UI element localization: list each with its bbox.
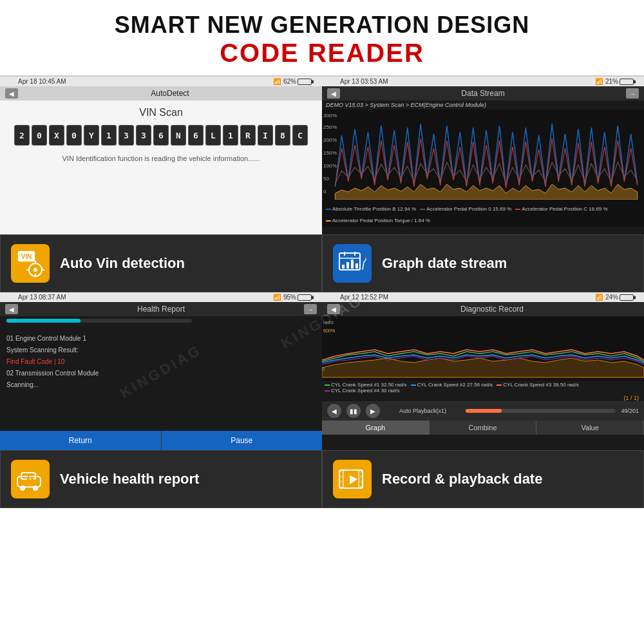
- header: SMART NEW GENERATION DESIGN CODE READER: [0, 0, 644, 75]
- diag-legend-item: CYL Crank Speed #3 39.50 rad/s: [497, 382, 579, 388]
- vin-back-button[interactable]: ◀: [5, 88, 18, 99]
- health-screen-title: Health Report: [23, 305, 299, 314]
- health-status-bar: Apr 13 08:37 AM 📶 95%: [0, 292, 322, 302]
- record-icon: [338, 465, 366, 493]
- health-list-item: 02 Transmission Control Module: [6, 369, 316, 378]
- diag-pause-button[interactable]: ▮▮: [346, 404, 361, 418]
- health-screen-panel: Apr 13 08:37 AM 📶 95% ◀ Health Report → …: [0, 292, 322, 450]
- diag-topbar: ◀ Diagnostic Record: [322, 302, 644, 316]
- diag-tab-value[interactable]: Value: [536, 421, 644, 435]
- vin-battery: 62%: [283, 78, 312, 85]
- vin-char: 0: [66, 125, 82, 146]
- diag-status-bar: Apr 12 12:52 PM 📶 24%: [322, 292, 644, 302]
- vin-feature-label: Auto Vin detection: [60, 255, 185, 272]
- feature-vin-row: VIN Auto Vin detection: [0, 234, 322, 292]
- diag-prev-button[interactable]: ◀: [327, 404, 341, 418]
- diag-screen-title: Diagnostic Record: [345, 305, 639, 314]
- vin-char: 0: [32, 125, 47, 146]
- diag-progress-bar[interactable]: [466, 409, 616, 413]
- svg-marker-38: [350, 475, 357, 484]
- datastream-screen-panel: Apr 13 03:53 AM 📶 21% ◀ Data Stream → DE…: [322, 77, 644, 234]
- vin-char: C: [292, 125, 308, 146]
- ds-action-button[interactable]: →: [626, 88, 639, 99]
- vin-screen-panel: Apr 18 10:45 AM 📶 62% ◀ AutoDetect VIN S…: [0, 77, 322, 234]
- vin-screen-title: AutoDetect: [23, 89, 317, 98]
- health-icon: [16, 465, 44, 493]
- vin-display: 20X0Y1336N6L1RI8C: [14, 125, 308, 146]
- ds-back-button[interactable]: ◀: [327, 88, 340, 99]
- wifi-icon-health: 📶: [273, 294, 281, 301]
- health-back-button[interactable]: ◀: [5, 304, 18, 314]
- legend-item: Absolute Throttle Position B 12.94 %: [326, 206, 416, 212]
- record-feature-icon-box: [333, 460, 372, 498]
- health-status-date: Apr 13 08:37 AM: [18, 294, 66, 301]
- diag-tab-combine[interactable]: Combine: [430, 421, 537, 435]
- svg-text:600%: 600%: [323, 328, 336, 333]
- svg-point-34: [33, 486, 38, 491]
- vin-status-bar: Apr 18 10:45 AM 📶 62%: [0, 77, 322, 86]
- health-battery: 95%: [283, 294, 312, 301]
- vin-char: 3: [118, 125, 134, 146]
- svg-text:250%: 250%: [323, 124, 337, 130]
- svg-rect-22: [346, 262, 349, 269]
- health-topbar: ◀ Health Report →: [0, 302, 322, 316]
- health-list-item: 01 Engine Control Module 1: [6, 334, 316, 343]
- legend-item: Accelerator Pedal Position Torque / 1.64…: [326, 218, 430, 223]
- vin-char: L: [205, 125, 221, 146]
- health-pause-button[interactable]: Pause: [161, 431, 323, 450]
- svg-rect-23: [351, 260, 354, 269]
- vin-status-icons: 📶 62%: [273, 78, 312, 85]
- health-feature-icon-box: [11, 460, 50, 498]
- svg-point-33: [20, 486, 25, 491]
- health-status-icons: 📶 95%: [273, 294, 312, 301]
- feature-record-row: Record & playback date: [322, 450, 644, 508]
- vin-char: 2: [14, 125, 30, 146]
- graph-feature-icon-box: [333, 244, 372, 283]
- ds-status-date: Apr 13 03:53 AM: [340, 78, 388, 85]
- record-feature-label: Record & playback date: [382, 471, 542, 488]
- vin-char: R: [240, 125, 256, 146]
- header-line1: SMART NEW GENERATION DESIGN: [6, 12, 638, 39]
- health-list-item: Scanning...: [6, 381, 316, 390]
- ds-path: DEMO V15.03 > System Scan > ECM(Engine C…: [322, 100, 644, 109]
- vin-char: 3: [136, 125, 151, 146]
- svg-text:0: 0: [323, 189, 327, 194]
- health-fault-text: Find Fault Code | 10: [6, 358, 64, 365]
- diag-screen-panel: Apr 12 12:52 PM 📶 24% ◀ Diagnostic Recor…: [322, 292, 644, 450]
- feature-graph-row: Graph date stream: [322, 234, 644, 292]
- diag-graph-svg: rad/s 600% 0: [322, 316, 644, 381]
- health-return-button[interactable]: Return: [0, 431, 161, 450]
- health-bottom-bar: Return Pause: [0, 431, 322, 450]
- svg-rect-41: [340, 483, 343, 486]
- health-action-button[interactable]: →: [304, 304, 317, 314]
- svg-rect-40: [340, 478, 343, 480]
- svg-rect-21: [342, 265, 345, 269]
- diag-battery: 24%: [605, 294, 634, 301]
- diag-back-button[interactable]: ◀: [327, 304, 340, 314]
- ds-legend: Absolute Throttle Position B 12.94 %Acce…: [322, 200, 644, 227]
- health-list-item: Find Fault Code | 10: [6, 357, 316, 366]
- diag-page-indicator: (1 / 1): [322, 395, 644, 401]
- vin-char: 6: [153, 125, 169, 146]
- diag-tab-graph[interactable]: Graph: [322, 421, 430, 435]
- svg-text:300%: 300%: [323, 113, 337, 118]
- svg-text:150%: 150%: [323, 150, 337, 156]
- svg-rect-42: [359, 473, 362, 475]
- vin-content: VIN Scan 20X0Y1336N6L1RI8C VIN Identific…: [0, 100, 322, 169]
- diag-next-button[interactable]: ▶: [366, 404, 380, 418]
- graph-icon: [338, 249, 366, 278]
- wifi-icon-diag: 📶: [595, 294, 603, 301]
- health-feature-label: Vehicle health report: [60, 471, 199, 488]
- ds-topbar: ◀ Data Stream →: [322, 86, 644, 100]
- diag-tabs: GraphCombineValue: [322, 421, 644, 435]
- ds-graph-area: 300% 250% 200% 150% 100% 50 0: [322, 109, 644, 200]
- svg-rect-24: [355, 263, 358, 269]
- svg-marker-30: [322, 358, 644, 377]
- ds-screen-title: Data Stream: [345, 89, 621, 98]
- health-progress-fill: [6, 319, 80, 323]
- header-line2: CODE READER: [6, 39, 638, 68]
- diag-status-date: Apr 12 12:52 PM: [340, 294, 388, 301]
- vin-description: VIN Identification function is reading t…: [50, 155, 273, 162]
- vin-icon: VIN: [16, 249, 44, 278]
- svg-text:50: 50: [323, 176, 330, 182]
